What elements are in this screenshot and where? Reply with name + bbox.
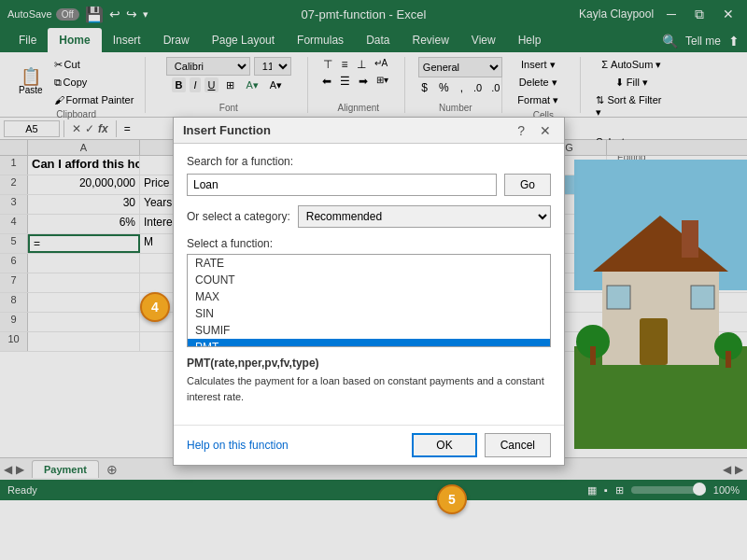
modal-overlay: Insert Function ? ✕ Search for a functio… xyxy=(0,0,747,560)
category-row: Or select a category: Recommended Most R… xyxy=(187,205,551,228)
dialog-close-button[interactable]: ✕ xyxy=(536,122,555,139)
select-fn-label: Select a function: xyxy=(187,237,551,250)
cancel-button[interactable]: Cancel xyxy=(485,433,551,457)
ok-button[interactable]: OK xyxy=(412,433,476,457)
dialog-title: Insert Function xyxy=(183,123,271,137)
fn-description: Calculates the payment for a loan based … xyxy=(187,373,551,404)
go-button[interactable]: Go xyxy=(504,174,551,196)
fn-item-pmt[interactable]: PMT xyxy=(188,339,550,347)
category-label: Or select a category: xyxy=(187,210,290,223)
dialog-buttons: OK Cancel xyxy=(412,433,551,457)
dialog-titlebar: Insert Function ? ✕ xyxy=(174,118,564,144)
fn-item-count[interactable]: COUNT xyxy=(188,272,550,288)
fn-item-max[interactable]: MAX xyxy=(188,288,550,305)
dialog-help-button[interactable]: ? xyxy=(514,122,529,139)
category-select[interactable]: Recommended Most Recently Used All Finan… xyxy=(298,205,551,228)
step-badge-5: 5 xyxy=(437,484,467,514)
dialog-footer: Help on this function OK Cancel xyxy=(174,425,564,465)
fn-item-rate[interactable]: RATE xyxy=(188,255,550,272)
search-row: Go xyxy=(187,174,551,196)
step-badge-4: 4 xyxy=(140,292,170,322)
function-list[interactable]: RATE COUNT MAX SIN SUMIF PMT STDEV xyxy=(187,254,551,347)
fn-item-sumif[interactable]: SUMIF xyxy=(188,322,550,339)
function-search-input[interactable] xyxy=(187,174,497,196)
search-label: Search for a function: xyxy=(187,155,551,168)
fn-signature: PMT(rate,nper,pv,fv,type) xyxy=(187,357,551,370)
help-link[interactable]: Help on this function xyxy=(187,439,289,452)
insert-function-dialog: Insert Function ? ✕ Search for a functio… xyxy=(173,117,565,466)
dialog-body: Search for a function: Go Or select a ca… xyxy=(174,144,564,425)
fn-item-sin[interactable]: SIN xyxy=(188,305,550,322)
